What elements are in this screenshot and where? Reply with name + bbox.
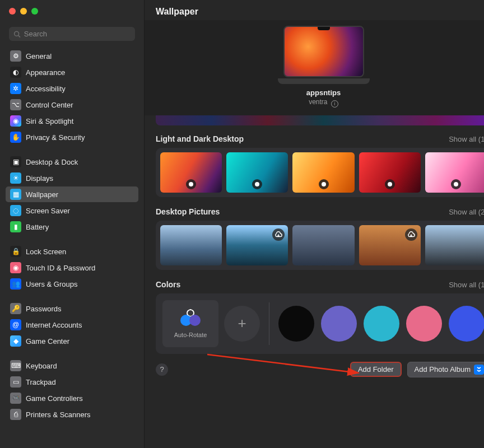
sidebar-item-trackpad[interactable]: ▭Trackpad <box>6 374 138 390</box>
game-controllers-icon: 🎮 <box>10 393 21 404</box>
window-controls <box>0 0 144 22</box>
search-input[interactable] <box>24 30 131 38</box>
light-dark-header: Light and Dark Desktop <box>156 134 244 143</box>
sidebar-item-battery[interactable]: ▮Battery <box>6 219 138 235</box>
picture-thumb[interactable] <box>292 225 354 265</box>
sidebar-item-label: Battery <box>26 223 49 231</box>
sidebar-item-label: Control Center <box>26 101 73 109</box>
show-all-pictures[interactable]: Show all (20) <box>449 208 484 216</box>
desktop-pictures-header: Desktop Pictures <box>156 207 220 216</box>
wallpaper-name: appsntips <box>145 88 484 97</box>
color-swatch[interactable] <box>449 306 484 342</box>
help-button[interactable]: ? <box>156 363 168 376</box>
displays-icon: ☀ <box>10 172 21 184</box>
sidebar-item-general[interactable]: ⚙General <box>6 48 138 64</box>
light-dark-thumb[interactable] <box>425 152 484 193</box>
sidebar-item-label: Screen Saver <box>26 207 70 215</box>
picture-thumb[interactable] <box>226 225 288 265</box>
light-dark-thumb[interactable] <box>292 152 354 193</box>
separator <box>269 302 269 345</box>
control-center-icon: ⌥ <box>10 99 21 110</box>
sidebar-item-label: Game Controllers <box>26 394 83 403</box>
close-icon[interactable] <box>9 8 16 15</box>
add-color-button[interactable]: + <box>224 306 260 342</box>
color-swatch[interactable] <box>406 306 442 342</box>
svg-point-2 <box>189 182 193 186</box>
privacy-icon: ✋ <box>10 132 21 143</box>
sidebar-item-passwords[interactable]: 🔑Passwords <box>6 301 138 316</box>
svg-line-1 <box>18 35 20 37</box>
maximize-icon[interactable] <box>31 8 38 15</box>
sidebar-item-printers-scanners[interactable]: ⎙Printers & Scanners <box>6 407 138 422</box>
minimize-icon[interactable] <box>20 8 27 15</box>
sidebar-group-spacer <box>6 292 138 300</box>
sidebar-item-users-groups[interactable]: 👥Users & Groups <box>6 276 138 292</box>
dynamic-icon <box>252 179 262 189</box>
sidebar-item-internet-accounts[interactable]: @Internet Accounts <box>6 317 138 333</box>
sidebar-item-control-center[interactable]: ⌥Control Center <box>6 97 138 113</box>
sidebar-item-privacy-security[interactable]: ✋Privacy & Security <box>6 129 138 145</box>
light-dark-thumb[interactable] <box>160 152 222 193</box>
sidebar-item-appearance[interactable]: ◐Appearance <box>6 64 138 80</box>
color-swatch[interactable] <box>364 306 399 342</box>
show-all-colors[interactable]: Show all (19) <box>449 281 484 289</box>
sidebar-item-screen-saver[interactable]: ◌Screen Saver <box>6 203 138 218</box>
sidebar-item-label: Trackpad <box>26 378 56 386</box>
sidebar-item-siri-spotlight[interactable]: ◉Siri & Spotlight <box>6 113 138 129</box>
colors-header: Colors <box>156 280 180 289</box>
light-dark-row <box>156 148 484 197</box>
auto-rotate-button[interactable]: Auto-Rotate <box>162 300 218 347</box>
colors-row: Auto-Rotate + <box>156 293 484 354</box>
sidebar-item-wallpaper[interactable]: ▦Wallpaper <box>6 186 138 202</box>
sidebar-item-desktop-dock[interactable]: ▣Desktop & Dock <box>6 154 138 170</box>
sidebar-group-spacer <box>6 146 138 153</box>
sidebar-group-spacer <box>6 235 138 243</box>
light-dark-thumb[interactable] <box>359 152 421 193</box>
svg-point-4 <box>322 182 326 186</box>
sidebar-item-label: General <box>26 52 52 60</box>
color-swatch[interactable] <box>321 306 357 342</box>
dynamic-icon <box>186 179 196 189</box>
sidebar-item-label: Printers & Scanners <box>26 410 91 419</box>
sidebar-item-label: Touch ID & Password <box>26 264 95 272</box>
printers-icon: ⎙ <box>10 409 21 420</box>
internet-accounts-icon: @ <box>10 319 21 330</box>
dynamic-wallpapers-strip[interactable] <box>156 115 484 125</box>
sidebar-item-game-controllers[interactable]: 🎮Game Controllers <box>6 390 138 406</box>
info-icon[interactable]: i <box>331 100 338 108</box>
pictures-row <box>156 221 484 270</box>
download-icon[interactable] <box>405 228 417 241</box>
svg-line-7 <box>207 354 359 373</box>
color-swatch[interactable] <box>278 306 314 342</box>
light-dark-thumb[interactable] <box>226 152 288 193</box>
search-input-container[interactable] <box>9 27 135 41</box>
sidebar-item-touch-id-password[interactable]: ◉Touch ID & Password <box>6 260 138 276</box>
show-all-light-dark[interactable]: Show all (16) <box>449 135 484 143</box>
sidebar-item-label: Accessibility <box>26 85 66 93</box>
dynamic-icon <box>385 179 395 189</box>
add-photo-album-button[interactable]: Add Photo Album <box>407 362 484 377</box>
sidebar-item-accessibility[interactable]: ✲Accessibility <box>6 81 138 96</box>
svg-point-0 <box>15 31 19 36</box>
sidebar-item-keyboard[interactable]: ⌨Keyboard <box>6 358 138 374</box>
sidebar-item-label: Game Center <box>26 337 69 346</box>
picture-thumb[interactable] <box>425 225 484 265</box>
sidebar: ⚙General◐Appearance✲Accessibility⌥Contro… <box>0 0 145 448</box>
sidebar-item-label: Wallpaper <box>26 190 58 199</box>
touch-id-icon: ◉ <box>10 262 21 273</box>
users-groups-icon: 👥 <box>10 278 21 290</box>
sidebar-item-lock-screen[interactable]: 🔒Lock Screen <box>6 244 138 259</box>
dynamic-icon <box>319 179 329 189</box>
desktop-dock-icon: ▣ <box>10 156 21 167</box>
picture-thumb[interactable] <box>160 225 222 265</box>
add-folder-button[interactable]: Add Folder <box>350 362 402 377</box>
svg-point-3 <box>255 182 259 186</box>
sidebar-item-label: Lock Screen <box>26 248 66 256</box>
search-icon <box>13 30 21 38</box>
appearance-icon: ◐ <box>10 67 21 78</box>
download-icon[interactable] <box>272 228 285 241</box>
sidebar-item-displays[interactable]: ☀Displays <box>6 170 138 186</box>
picture-thumb[interactable] <box>359 225 421 265</box>
trackpad-icon: ▭ <box>10 376 21 388</box>
sidebar-item-game-center[interactable]: ◆Game Center <box>6 333 138 349</box>
